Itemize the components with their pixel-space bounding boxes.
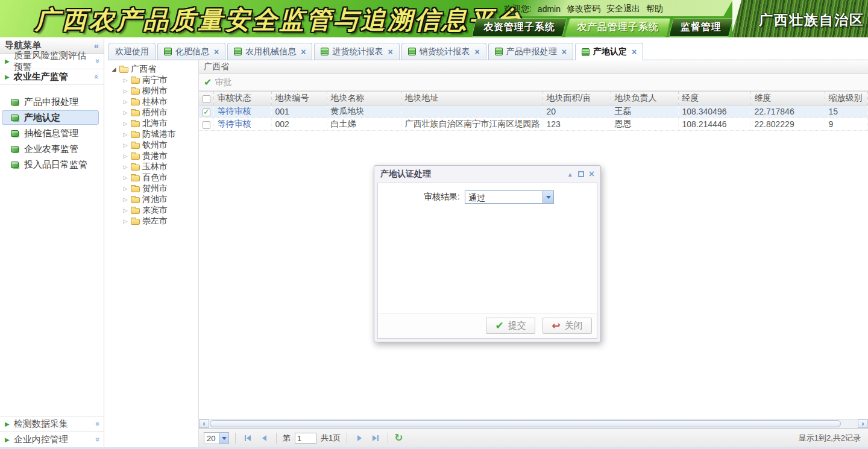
tree-node[interactable]: ▷贵港市 — [107, 151, 198, 162]
page-number-input[interactable] — [295, 433, 316, 444]
tab-product-declaration[interactable]: 产品申报处理 × — [488, 43, 573, 60]
tree-node[interactable]: ▷崇左市 — [107, 216, 198, 227]
collapsed-icon[interactable]: ▷ — [122, 88, 128, 94]
tree-node[interactable]: ▷玉林市 — [107, 162, 198, 172]
approve-button[interactable]: 审批 — [215, 77, 231, 88]
tree-node[interactable]: ▷北海市 — [107, 118, 198, 129]
collapsed-icon[interactable]: ▷ — [122, 186, 128, 192]
region-tree: ◢ 广西省 ▷南宁市 ▷柳州市 ▷桂林市 ▷梧州市 ▷北海市 ▷防城港市 ▷钦州… — [107, 60, 199, 447]
table-row[interactable]: 等待审核 001 黄瓜地块 20 王磊 108.340496 22.717846… — [199, 105, 868, 118]
row-checkbox[interactable] — [203, 108, 210, 116]
separator — [235, 433, 236, 444]
tree-node[interactable]: ▷百色市 — [107, 172, 198, 183]
sidebar-item-input-supervision[interactable]: 投入品日常监管 — [2, 157, 99, 172]
collapsed-icon[interactable]: ▷ — [122, 207, 128, 213]
system-tab-supervision[interactable]: 监督管理 — [669, 19, 732, 36]
scroll-right-arrow[interactable]: › — [858, 419, 868, 428]
chevron-down-icon[interactable]: « — [92, 59, 101, 63]
tab-fertilizer-info[interactable]: 化肥信息 × — [157, 43, 225, 60]
col-plot-manager: 地块负责人 — [611, 92, 678, 105]
table-row[interactable]: 等待审核 002 白土娣 广西壮族自治区南宁市江南区堤园路 123 恩恩 108… — [199, 118, 868, 131]
tab-origin-determination[interactable]: 产地认定 × — [575, 43, 643, 60]
cell-plot-code: 002 — [271, 118, 327, 131]
chevron-up-icon[interactable]: « — [92, 75, 101, 79]
help-link[interactable]: 帮助 — [646, 4, 663, 14]
collapsed-icon[interactable]: ▷ — [122, 142, 128, 148]
collapsed-icon[interactable]: ▷ — [122, 77, 128, 83]
sidebar-collapse-icon[interactable]: « — [94, 40, 99, 51]
close-icon[interactable]: × — [388, 47, 392, 57]
tree-node[interactable]: ▷防城港市 — [107, 129, 198, 140]
close-icon[interactable]: × — [301, 47, 306, 57]
first-page-button[interactable] — [242, 432, 254, 444]
status-link[interactable]: 等待审核 — [218, 119, 251, 128]
chevron-down-icon[interactable]: « — [92, 438, 101, 442]
tree-node[interactable]: ▷来宾市 — [107, 205, 198, 216]
collapsed-icon[interactable]: ▷ — [122, 175, 128, 181]
collapsed-icon[interactable]: ▷ — [122, 153, 128, 159]
sidebar-item-product-declaration[interactable]: 产品申报处理 — [2, 95, 99, 109]
system-tab-agri-materials[interactable]: 农资管理子系统 — [472, 19, 566, 36]
tree-node-root[interactable]: ◢ 广西省 — [107, 64, 198, 75]
sidebar-section-internal-control[interactable]: ▶ 企业内控管理 « — [0, 432, 104, 447]
close-icon[interactable]: × — [562, 47, 567, 57]
tab-welcome[interactable]: 欢迎使用 — [108, 43, 156, 60]
page-total-label: 共1页 — [321, 433, 341, 444]
collapsed-icon[interactable]: ▷ — [122, 164, 128, 170]
cell-longitude: 108.214446 — [678, 118, 750, 131]
module-icon — [11, 99, 19, 105]
close-button[interactable]: ↩ 关闭 — [542, 318, 592, 334]
system-tab-agri-products[interactable]: 农产品管理子系统 — [565, 19, 670, 36]
review-result-select[interactable]: 通过 — [465, 190, 554, 204]
next-page-button[interactable] — [353, 432, 365, 444]
collapsed-icon[interactable]: ▷ — [122, 218, 128, 224]
scrollbar-thumb[interactable] — [210, 420, 841, 427]
cell-longitude: 108.340496 — [678, 105, 750, 118]
collapse-icon[interactable]: ▲ — [567, 171, 573, 178]
page-size-select[interactable]: 20 — [204, 432, 229, 444]
tree-node[interactable]: ▷梧州市 — [107, 107, 198, 118]
prev-page-button[interactable] — [258, 432, 270, 444]
close-icon[interactable]: × — [589, 171, 594, 178]
collapsed-icon[interactable]: ▷ — [122, 121, 128, 127]
collapsed-icon[interactable]: ▷ — [122, 110, 128, 116]
scroll-left-arrow[interactable]: ‹ — [199, 419, 209, 428]
row-checkbox[interactable] — [203, 121, 210, 129]
tree-node[interactable]: ▷南宁市 — [107, 75, 198, 86]
sidebar-item-origin-determination[interactable]: 产地认定 — [2, 110, 99, 125]
tree-node[interactable]: ▷柳州市 — [107, 86, 198, 96]
status-link[interactable]: 等待审核 — [218, 106, 251, 116]
logout-link[interactable]: 安全退出 — [606, 4, 640, 14]
tree-node[interactable]: ▷河池市 — [107, 194, 198, 205]
tab-sales-report[interactable]: 销货统计报表 × — [401, 43, 486, 60]
horizontal-scrollbar[interactable]: ‹ › — [199, 419, 868, 429]
sidebar-item-sampling-info[interactable]: 抽检信息管理 — [2, 126, 99, 140]
module-icon — [582, 48, 590, 56]
cell-plot-address — [401, 105, 542, 118]
collapsed-icon[interactable]: ▷ — [122, 131, 128, 137]
tree-node[interactable]: ▷桂林市 — [107, 96, 198, 107]
collapsed-icon[interactable]: ▷ — [122, 99, 128, 105]
close-icon[interactable]: × — [214, 47, 219, 57]
close-icon[interactable]: × — [632, 47, 637, 57]
tree-node[interactable]: ▷贺州市 — [107, 183, 198, 194]
chevron-down-icon[interactable]: « — [92, 422, 101, 426]
collapsed-icon[interactable]: ▷ — [122, 196, 128, 203]
last-page-button[interactable] — [370, 432, 382, 444]
tab-agri-machinery-info[interactable]: 农用机械信息 × — [227, 43, 312, 60]
change-password-link[interactable]: 修改密码 — [567, 4, 600, 14]
sidebar-section-quality-risk[interactable]: ▶ 质量风险监测评估预警 « — [0, 54, 104, 69]
dropdown-arrow-icon[interactable] — [219, 433, 228, 444]
select-all-checkbox[interactable] — [203, 95, 210, 103]
dropdown-arrow-icon[interactable] — [542, 191, 553, 203]
module-icon — [164, 48, 172, 55]
sidebar-item-enterprise-farming[interactable]: 企业农事监管 — [2, 142, 99, 156]
submit-button[interactable]: ✔ 提交 — [486, 318, 535, 334]
tree-node[interactable]: ▷钦州市 — [107, 140, 198, 151]
close-icon[interactable]: × — [475, 47, 480, 57]
sidebar-section-testing-data[interactable]: ▶ 检测数据采集 « — [0, 416, 104, 432]
tab-purchase-report[interactable]: 进货统计报表 × — [314, 43, 399, 60]
refresh-icon[interactable]: ↻ — [394, 433, 403, 443]
expanded-icon[interactable]: ◢ — [111, 66, 117, 72]
maximize-icon[interactable] — [578, 171, 584, 177]
